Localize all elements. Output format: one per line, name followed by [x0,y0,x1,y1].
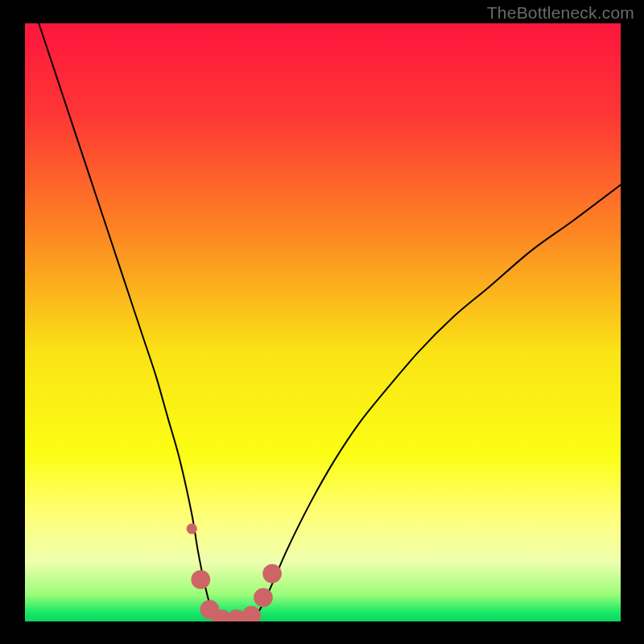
optimum-band-left-start [191,570,210,589]
optimum-dot [187,523,197,534]
attribution-watermark: TheBottleneck.com [487,3,634,23]
optimum-band-right-end [262,564,282,584]
chart-frame: TheBottleneck.com [0,0,644,644]
bottleneck-chart [0,0,644,644]
chart-plot-background [25,23,621,621]
optimum-band-right-1 [254,588,273,607]
